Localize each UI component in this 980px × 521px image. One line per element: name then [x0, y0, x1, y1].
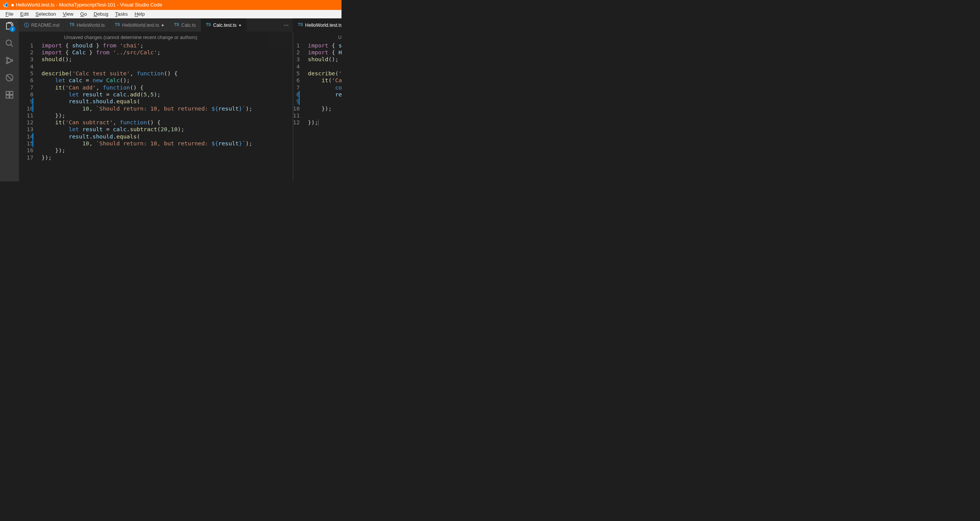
editor-tab-group-2: TSHelloWorld.test.ts● ⇄ ◫ ⋯	[293, 18, 341, 31]
svg-point-1	[6, 57, 8, 59]
tab-label: HelloWorld.test.ts	[122, 22, 159, 28]
ts-icon: TS	[70, 23, 75, 28]
more-icon[interactable]: ⋯	[284, 22, 289, 28]
explorer-icon[interactable]: 2	[5, 21, 15, 31]
menu-file[interactable]: File	[2, 10, 16, 18]
svg-rect-5	[6, 91, 9, 94]
tab-label: README.md	[31, 22, 59, 28]
menu-go[interactable]: Go	[77, 10, 90, 18]
debug-icon[interactable]	[5, 73, 15, 83]
tab-calc-ts[interactable]: TSCalc.ts	[169, 18, 201, 31]
svg-point-3	[11, 60, 13, 62]
ts-icon: TS	[174, 23, 179, 28]
menu-debug[interactable]: Debug	[90, 10, 111, 18]
activity-bar: 2	[0, 18, 19, 181]
tab-helloworld-test-ts-2[interactable]: TSHelloWorld.test.ts●	[293, 18, 341, 31]
tab-actions: ⋯	[280, 18, 293, 31]
tab-calc-test-ts[interactable]: TSCalc.test.ts●	[201, 18, 247, 31]
tab-helloworld-ts[interactable]: TSHelloWorld.ts	[65, 18, 110, 31]
svg-rect-7	[10, 95, 13, 98]
line-gutter: 123456789101112	[293, 42, 308, 182]
extensions-icon[interactable]	[5, 90, 15, 100]
modified-dot-icon: ●	[162, 23, 164, 27]
tab-readme[interactable]: ⓘREADME.md	[19, 18, 65, 31]
editor-tab-group-1: ⓘREADME.md TSHelloWorld.ts TSHelloWorld.…	[19, 18, 293, 31]
svg-rect-8	[10, 91, 13, 94]
editor-tabs: ⓘREADME.md TSHelloWorld.ts TSHelloWorld.…	[19, 18, 342, 31]
ts-icon: TS	[298, 23, 303, 28]
unsaved-banner: Unsaved changes (cannot determine recent…	[293, 32, 341, 42]
modified-dot: ●	[11, 2, 14, 8]
explorer-badge: 2	[10, 26, 15, 32]
menu-view[interactable]: View	[60, 10, 77, 18]
line-gutter: 1234567891011121314151617	[19, 42, 42, 182]
svg-rect-6	[6, 95, 9, 98]
editor-left[interactable]: Unsaved changes (cannot determine recent…	[19, 32, 293, 182]
ts-icon: TS	[206, 23, 211, 28]
svg-point-2	[6, 62, 8, 64]
tab-helloworld-test-ts[interactable]: TSHelloWorld.test.ts●	[110, 18, 169, 31]
unsaved-banner: Unsaved changes (cannot determine recent…	[19, 32, 293, 42]
editor-right[interactable]: Unsaved changes (cannot determine recent…	[293, 32, 341, 182]
menu-edit[interactable]: Edit	[17, 10, 32, 18]
menu-selection[interactable]: Selection	[33, 10, 59, 18]
window-title: HelloWorld.test.ts - MochaTypescriptTest…	[16, 2, 341, 8]
tab-label: Calc.ts	[181, 22, 196, 28]
search-icon[interactable]	[5, 38, 15, 48]
modified-dot-icon: ●	[239, 23, 241, 27]
tab-label: HelloWorld.test.ts	[305, 22, 341, 28]
source-control-icon[interactable]	[5, 55, 15, 65]
menu-bar: File Edit Selection View Go Debug Tasks …	[0, 10, 341, 18]
ts-icon: TS	[115, 23, 120, 28]
tab-label: Calc.test.ts	[213, 22, 237, 28]
code-content-left[interactable]: import { should } from 'chai'; import { …	[42, 42, 253, 182]
tab-label: HelloWorld.ts	[77, 22, 105, 28]
svg-point-0	[6, 40, 11, 45]
menu-tasks[interactable]: Tasks	[112, 10, 131, 18]
menu-help[interactable]: Help	[131, 10, 148, 18]
info-icon: ⓘ	[24, 22, 29, 29]
code-content-right[interactable]: import { should } from 'chai'; import { …	[308, 42, 341, 182]
vscode-icon	[0, 2, 11, 8]
title-bar: ● HelloWorld.test.ts - MochaTypescriptTe…	[0, 0, 341, 10]
